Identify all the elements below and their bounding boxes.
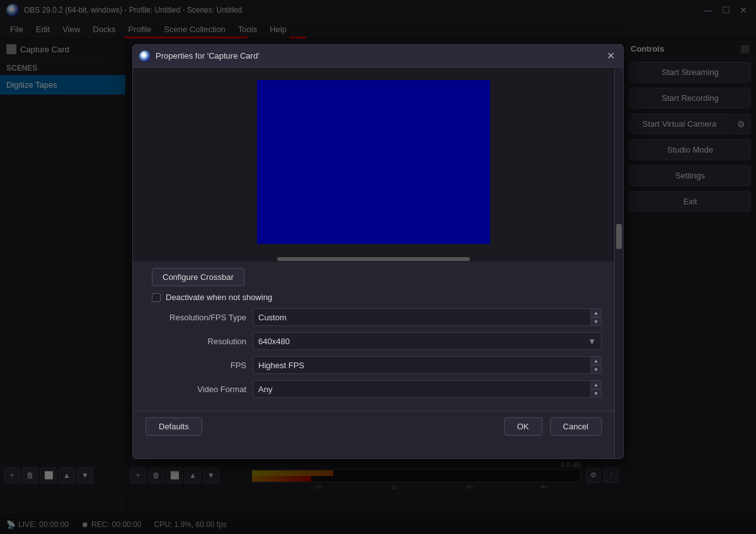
fps-down[interactable]: ▼: [590, 365, 602, 374]
properties-dialog: Properties for 'Capture Card' ✕ Configur…: [132, 44, 624, 459]
resolution-value: 640x480: [258, 337, 290, 346]
dialog-close-button[interactable]: ✕: [604, 50, 617, 62]
dialog-scrollbar[interactable]: [614, 67, 623, 458]
dialog-scroll-thumb[interactable]: [616, 224, 622, 249]
deactivate-checkbox-row: Deactivate when not showing: [146, 293, 602, 302]
preview-video: [257, 80, 490, 244]
scroll-indicator: [133, 257, 614, 262]
resolution-label: Resolution: [146, 337, 246, 346]
resolution-fps-type-value: Custom: [258, 313, 287, 322]
fps-up[interactable]: ▲: [590, 356, 602, 365]
video-format-label: Video Format: [146, 385, 246, 394]
video-format-spinner: ▲ ▼: [590, 380, 602, 398]
video-format-select[interactable]: Any: [253, 380, 591, 398]
fps-spinner: ▲ ▼: [590, 356, 602, 374]
resolution-fps-type-select-row: Custom ▲ ▼: [253, 308, 602, 326]
fps-select-row: Highest FPS ▲ ▼: [253, 356, 602, 374]
properties-form: Configure Crossbar Deactivate when not s…: [133, 262, 614, 410]
preview-area: [133, 67, 614, 257]
resolution-fps-type-spinner: ▲ ▼: [590, 308, 602, 326]
deactivate-checkbox[interactable]: [152, 293, 161, 302]
resolution-chevron: ▼: [588, 337, 596, 346]
resolution-fps-type-row: Resolution/FPS Type Custom ▲ ▼: [146, 308, 602, 326]
dialog-main: Configure Crossbar Deactivate when not s…: [133, 67, 614, 458]
dialog-obs-logo: [139, 50, 151, 62]
dialog-title: Properties for 'Capture Card': [156, 51, 604, 61]
configure-crossbar-button[interactable]: Configure Crossbar: [152, 268, 244, 286]
footer-action-buttons: OK Cancel: [504, 417, 602, 436]
fps-select[interactable]: Highest FPS: [253, 356, 591, 374]
resolution-select[interactable]: 640x480 ▼: [253, 332, 602, 350]
dialog-titlebar: Properties for 'Capture Card' ✕: [133, 45, 623, 67]
video-format-down[interactable]: ▼: [590, 389, 602, 398]
modal-overlay: Properties for 'Capture Card' ✕ Configur…: [0, 0, 756, 534]
fps-value: Highest FPS: [258, 361, 304, 370]
fps-row: FPS Highest FPS ▲ ▼: [146, 356, 602, 374]
video-format-select-row: Any ▲ ▼: [253, 380, 602, 398]
resolution-fps-type-label: Resolution/FPS Type: [146, 313, 246, 322]
ok-button[interactable]: OK: [504, 417, 542, 436]
resolution-fps-type-up[interactable]: ▲: [590, 308, 602, 317]
dialog-footer: Defaults OK Cancel: [133, 410, 614, 442]
resolution-fps-type-down[interactable]: ▼: [590, 317, 602, 326]
resolution-row: Resolution 640x480 ▼: [146, 332, 602, 350]
cancel-button[interactable]: Cancel: [550, 417, 602, 436]
dialog-body: Configure Crossbar Deactivate when not s…: [133, 67, 623, 458]
video-format-value: Any: [258, 385, 272, 394]
resolution-fps-type-select[interactable]: Custom: [253, 308, 591, 326]
fps-label: FPS: [146, 361, 246, 370]
defaults-button[interactable]: Defaults: [146, 417, 202, 436]
deactivate-label: Deactivate when not showing: [166, 293, 272, 302]
scroll-thumb[interactable]: [277, 257, 470, 261]
resolution-select-row: 640x480 ▼: [253, 332, 602, 350]
video-format-row: Video Format Any ▲ ▼: [146, 380, 602, 398]
video-format-up[interactable]: ▲: [590, 380, 602, 389]
